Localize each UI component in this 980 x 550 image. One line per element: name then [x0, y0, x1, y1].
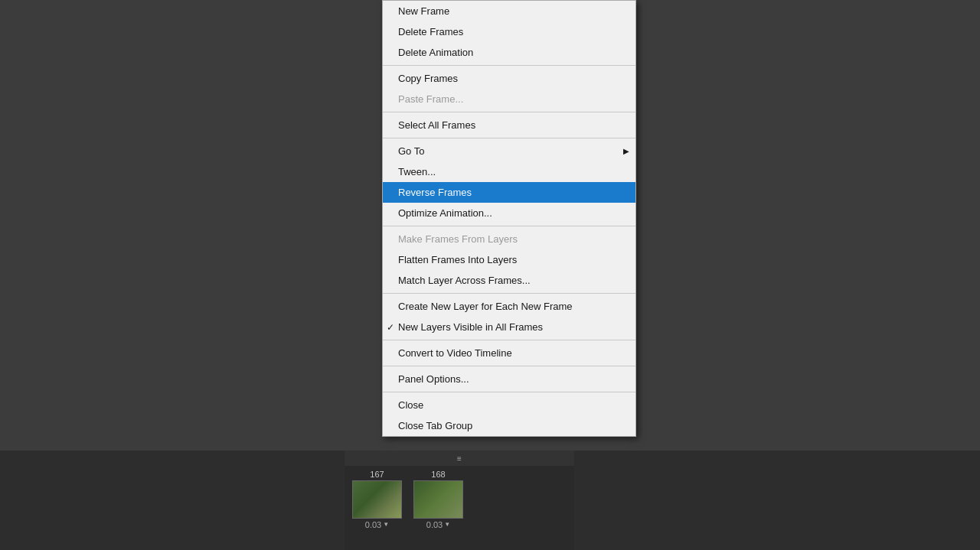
menu-item-close[interactable]: Close [383, 395, 635, 415]
menu-item-select-all-frames[interactable]: Select All Frames [383, 115, 635, 135]
menu-item-new-frame[interactable]: New Frame [383, 1, 635, 21]
menu-item-paste-frame: Paste Frame... [383, 89, 635, 109]
frame-thumb-168[interactable] [413, 480, 463, 519]
menu-item-label: New Layers Visible in All Frames [398, 321, 620, 333]
menu-item-label: Tween... [398, 166, 620, 177]
menu-item-optimize-animation[interactable]: Optimize Animation... [383, 203, 635, 223]
menu-item-label: Panel Options... [398, 373, 620, 385]
menu-item-make-frames-from-layers: Make Frames From Layers [383, 229, 635, 249]
timeline-content: ≡ 167 0.03 ▼ 168 0.03 ▼ [345, 451, 574, 550]
frame-item[interactable]: 168 0.03 ▼ [410, 470, 467, 546]
checkmark-icon: ✓ [387, 322, 394, 333]
frame-number-168: 168 [431, 470, 445, 479]
menu-item-label: Reverse Frames [398, 187, 620, 198]
menu-item-label: Paste Frame... [398, 93, 620, 105]
menu-item-label: Flatten Frames Into Layers [398, 254, 620, 265]
menu-item-close-tab-group[interactable]: Close Tab Group [383, 415, 635, 436]
menu-item-label: Close [398, 399, 620, 411]
frame-time-167: 0.03 [365, 520, 381, 529]
menu-separator [383, 138, 635, 138]
menu-item-label: Close Tab Group [398, 420, 620, 431]
submenu-arrow-icon: ▶ [623, 147, 629, 155]
frame-arrow-168: ▼ [444, 521, 450, 528]
menu-separator [383, 112, 635, 112]
menu-item-go-to[interactable]: Go To▶ [383, 141, 635, 161]
frame-arrow-167: ▼ [383, 521, 389, 528]
menu-item-label: Go To [398, 145, 620, 157]
menu-separator [383, 392, 635, 392]
menu-item-tween[interactable]: Tween... [383, 161, 635, 182]
menu-item-copy-frames[interactable]: Copy Frames [383, 68, 635, 89]
menu-item-label: Match Layer Across Frames... [398, 275, 620, 286]
menu-item-label: Optimize Animation... [398, 207, 620, 219]
menu-separator [383, 293, 635, 294]
menu-separator [383, 65, 635, 66]
menu-item-panel-options[interactable]: Panel Options... [383, 369, 635, 389]
frames-row: 167 0.03 ▼ 168 0.03 ▼ [345, 466, 574, 550]
menu-item-match-layer[interactable]: Match Layer Across Frames... [383, 270, 635, 291]
menu-separator [383, 366, 635, 366]
context-menu: New FrameDelete FramesDelete AnimationCo… [382, 0, 636, 437]
menu-item-label: Delete Animation [398, 47, 620, 58]
timeline-bar-icon: ≡ [457, 454, 462, 463]
frame-time-168: 0.03 [426, 520, 443, 529]
menu-item-delete-frames[interactable]: Delete Frames [383, 21, 635, 42]
menu-separator [383, 226, 635, 226]
menu-item-create-new-layer[interactable]: Create New Layer for Each New Frame [383, 296, 635, 317]
menu-item-label: Copy Frames [398, 73, 620, 84]
timeline-area: ≡ 167 0.03 ▼ 168 0.03 ▼ [0, 451, 980, 550]
menu-item-flatten-frames[interactable]: Flatten Frames Into Layers [383, 249, 635, 270]
menu-item-new-layers-visible[interactable]: ✓New Layers Visible in All Frames [383, 317, 635, 337]
menu-item-label: Convert to Video Timeline [398, 347, 620, 359]
menu-item-reverse-frames[interactable]: Reverse Frames [383, 182, 635, 203]
menu-item-label: New Frame [398, 5, 620, 17]
menu-item-label: Make Frames From Layers [398, 233, 620, 245]
menu-item-label: Delete Frames [398, 26, 620, 37]
menu-item-label: Select All Frames [398, 119, 620, 131]
menu-item-delete-animation[interactable]: Delete Animation [383, 42, 635, 63]
frame-item[interactable]: 167 0.03 ▼ [348, 470, 406, 546]
menu-item-label: Create New Layer for Each New Frame [398, 301, 620, 312]
menu-item-convert-to-video[interactable]: Convert to Video Timeline [383, 343, 635, 363]
frame-thumb-167[interactable] [352, 480, 402, 519]
menu-separator [383, 340, 635, 340]
timeline-bar: ≡ [345, 451, 574, 466]
frame-number-167: 167 [370, 470, 384, 479]
